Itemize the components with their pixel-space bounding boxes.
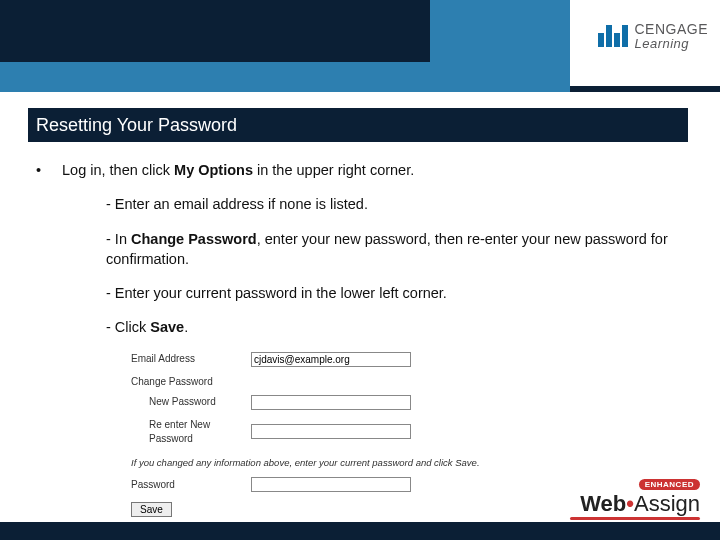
header-dark-block xyxy=(0,0,430,62)
form-note: If you changed any information above, en… xyxy=(131,456,501,469)
new-password-label: New Password xyxy=(131,395,251,409)
cengage-logo: CENGAGE Learning xyxy=(598,22,708,50)
step-2-pre: - In xyxy=(106,231,131,247)
save-button[interactable]: Save xyxy=(131,502,172,517)
step-2-bold: Change Password xyxy=(131,231,257,247)
step-4: - Click Save. xyxy=(106,317,686,337)
title-bar: Resetting Your Password xyxy=(28,108,688,142)
brand-name-top: CENGAGE xyxy=(634,22,708,37)
main-post: in the upper right corner. xyxy=(253,162,414,178)
content-body: • Log in, then click My Options in the u… xyxy=(36,160,686,517)
step-4-bold: Save xyxy=(150,319,184,335)
email-label: Email Address xyxy=(131,352,251,366)
cengage-logo-text: CENGAGE Learning xyxy=(634,22,708,50)
webassign-wordmark: Web•Assign xyxy=(570,491,700,517)
reenter-password-row: Re enter New Password xyxy=(131,418,501,446)
step-4-post: . xyxy=(184,319,188,335)
main-bold: My Options xyxy=(174,162,253,178)
webassign-assign: Assign xyxy=(634,491,700,516)
webassign-dot-icon: • xyxy=(626,491,634,516)
main-pre: Log in, then click xyxy=(62,162,174,178)
new-password-field[interactable] xyxy=(251,395,411,410)
reenter-password-label: Re enter New Password xyxy=(131,418,251,446)
main-instruction: Log in, then click My Options in the upp… xyxy=(62,160,414,180)
page-title: Resetting Your Password xyxy=(36,115,237,136)
webassign-web: Web xyxy=(580,491,626,516)
current-password-field[interactable] xyxy=(251,477,411,492)
brand-name-bottom: Learning xyxy=(634,37,708,51)
step-4-pre: - Click xyxy=(106,319,150,335)
cengage-logo-mark xyxy=(598,25,628,47)
step-3: - Enter your current password in the low… xyxy=(106,283,686,303)
password-form: Email Address Change Password New Passwo… xyxy=(131,352,501,517)
step-1: - Enter an email address if none is list… xyxy=(106,194,686,214)
current-password-row: Password xyxy=(131,477,501,492)
change-password-label: Change Password xyxy=(131,375,501,389)
webassign-enhanced-badge: ENHANCED xyxy=(639,479,700,490)
main-bullet-row: • Log in, then click My Options in the u… xyxy=(36,160,686,180)
webassign-swoosh-icon xyxy=(570,517,700,520)
webassign-logo: ENHANCED Web•Assign xyxy=(570,473,700,520)
step-2: - In Change Password, enter your new pas… xyxy=(106,229,686,270)
email-row: Email Address xyxy=(131,352,501,367)
bullet-icon: • xyxy=(36,160,44,180)
reenter-password-field[interactable] xyxy=(251,424,411,439)
footer-bar xyxy=(0,522,720,540)
new-password-row: New Password xyxy=(131,395,501,410)
slide-header: CENGAGE Learning xyxy=(0,0,720,92)
email-field[interactable] xyxy=(251,352,411,367)
current-password-label: Password xyxy=(131,478,251,492)
